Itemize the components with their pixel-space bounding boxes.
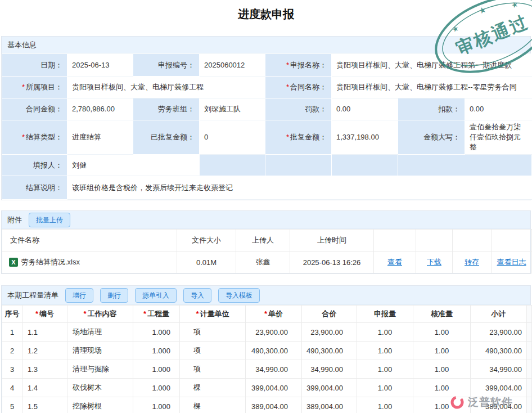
form-row: *所属项目： 贵阳项目样板间、大堂、电梯厅装修工程 *合同名称： 贵阳项目样板间… (2, 77, 532, 98)
import-template-button[interactable]: 导入模板 (218, 288, 260, 303)
view-log-link[interactable]: 查看日志 (497, 258, 526, 266)
item-cell-unit-price: 23,900.00 (246, 323, 302, 342)
labor-team-value: 刘琛施工队 (200, 98, 265, 120)
item-cell-subtotal: 389,004.00 (471, 397, 527, 413)
item-cell-unit: 项 (180, 360, 246, 379)
attachment-file-size: 0.01M (177, 252, 236, 273)
source-import-button[interactable]: 源单引入 (135, 288, 177, 303)
item-cell-approved-qty: 1.00 (413, 342, 471, 360)
item-cell-total-price: 389,004.00 (302, 397, 357, 413)
attachments-col-empty (492, 230, 532, 252)
item-cell-code: 1.2 (22, 342, 67, 360)
item-cell-total-price: 399,004.00 (302, 379, 357, 397)
items-scrollbar-track[interactable] (527, 306, 532, 323)
save-as-link[interactable]: 转存 (465, 258, 479, 266)
basic-info-section: 基本信息 日期： 2025-06-13 申报编号： 2025060012 *申报… (1, 36, 531, 200)
table-row: 3 1.3 清理与掘除 1.000 项 34,990.00 34,990.00 … (2, 360, 532, 379)
required-asterisk: * (22, 83, 25, 91)
item-cell-work-content: 砍伐树木 (67, 379, 133, 397)
items-scrollbar-track[interactable] (527, 360, 532, 379)
table-row: 5 1.5 挖除树根 1.000 棵 389,004.00 389,004.00… (2, 397, 532, 413)
items-title: 本期工程量清单 (7, 290, 58, 300)
items-scrollbar-track[interactable] (527, 379, 532, 397)
empty-cell (200, 155, 265, 176)
item-cell-subtotal: 490,300.00 (471, 342, 527, 360)
table-row: X 劳务结算情况.xlsx 0.01M 张鑫 2025-06-13 16:26 … (2, 252, 532, 273)
item-cell-total-price: 490,300.00 (302, 342, 357, 360)
items-col-work-content: *工作内容 (67, 306, 133, 323)
approved-amount-value: 1,337,198.00 (332, 120, 398, 155)
item-cell-quantity: 1.000 (133, 397, 180, 413)
attachment-upload-time: 2025-06-13 16:26 (290, 252, 374, 273)
empty-cell (133, 155, 200, 176)
item-cell-seq: 2 (2, 342, 22, 360)
contract-name-label: *合同名称： (265, 77, 332, 98)
project-value: 贵阳项目样板间、大堂、电梯厅装修工程 (67, 77, 265, 98)
settle-note-label: 结算说明： (2, 176, 67, 200)
attachments-section: 附件 批量上传 文件名称 文件大小 上传人 上传时间 X (1, 210, 531, 274)
item-cell-unit-price: 389,004.00 (246, 397, 302, 413)
item-cell-unit: 棵 (180, 397, 246, 413)
empty-cell (332, 155, 398, 176)
item-cell-approved-qty: 1.00 (413, 323, 471, 342)
attachments-col-file-size: 文件大小 (177, 230, 236, 252)
delete-row-button[interactable]: 删行 (100, 288, 128, 303)
add-row-button[interactable]: 增行 (65, 288, 93, 303)
basic-info-table: 日期： 2025-06-13 申报编号： 2025060012 *申报名称： 贵… (2, 53, 532, 200)
table-row: 4 1.4 砍伐树木 1.000 棵 399,004.00 399,004.00… (2, 379, 532, 397)
required-asterisk: * (22, 133, 25, 141)
item-cell-quantity: 1.000 (133, 323, 180, 342)
item-cell-declared-qty: 1.00 (357, 342, 413, 360)
items-table: 序号 *编号 *工作内容 *工程量 *计量单位 *单价 合价 申报量 核准量 小… (2, 305, 532, 413)
item-cell-seq: 1 (2, 323, 22, 342)
item-cell-declared-qty: 1.00 (357, 360, 413, 379)
download-link[interactable]: 下载 (427, 258, 441, 266)
form-row: 合同金额： 2,780,986.00 劳务班组： 刘琛施工队 罚款： 0.00 … (2, 98, 532, 120)
item-cell-declared-qty: 1.00 (357, 397, 413, 413)
filler-value: 刘健 (67, 155, 133, 176)
date-value: 2025-06-13 (67, 54, 133, 77)
view-link[interactable]: 查看 (387, 258, 402, 266)
required-asterisk: * (143, 309, 146, 318)
empty-cell (265, 155, 332, 176)
declare-name-value: 贵阳项目样板间、大堂、电梯厅装修工程第一期进度款 (332, 54, 532, 77)
table-row: 1 1.1 场地清理 1.000 项 23,900.00 23,900.00 1… (2, 323, 532, 342)
approved-done-label: 已批复金额： (133, 120, 200, 155)
item-cell-work-content: 清理与掘除 (67, 360, 133, 379)
date-label: 日期： (2, 54, 67, 77)
item-cell-unit-price: 490,300.00 (246, 342, 302, 360)
settle-note-value: 该班组价格是含税价，发票后续开过来走收票登记 (67, 176, 532, 200)
items-col-code: *编号 (22, 306, 67, 323)
settle-type-label: *结算类型： (2, 120, 67, 155)
attachments-col-file-name: 文件名称 (2, 230, 177, 252)
items-scrollbar-track[interactable] (527, 342, 532, 360)
required-asterisk: * (286, 133, 289, 141)
project-label: *所属项目： (2, 77, 67, 98)
import-button[interactable]: 导入 (183, 288, 211, 303)
required-asterisk: * (286, 61, 289, 69)
declare-name-label: *申报名称： (265, 54, 332, 77)
item-cell-unit: 棵 (180, 379, 246, 397)
items-scrollbar-track[interactable] (527, 323, 532, 342)
settle-type-value: 进度结算 (67, 120, 133, 155)
item-cell-unit-price: 34,990.00 (246, 360, 302, 379)
items-scrollbar-track[interactable] (527, 397, 532, 413)
item-cell-unit: 项 (180, 323, 246, 342)
item-cell-approved-qty: 1.00 (413, 397, 471, 413)
form-row: *结算类型： 进度结算 已批复金额： 0 *批复金额： 1,337,198.00… (2, 120, 532, 155)
batch-upload-button[interactable]: 批量上传 (29, 213, 70, 227)
page-title: 进度款申报 (0, 0, 532, 26)
item-cell-work-content: 挖除树根 (67, 397, 133, 413)
item-cell-work-content: 场地清理 (67, 323, 133, 342)
item-cell-declared-qty: 1.00 (357, 379, 413, 397)
required-asterisk: * (35, 309, 38, 318)
item-cell-code: 1.1 (22, 323, 67, 342)
items-col-unit-price: *单价 (246, 306, 302, 323)
item-cell-approved-qty: 1.00 (413, 379, 471, 397)
item-cell-code: 1.5 (22, 397, 67, 413)
approved-done-value: 0 (200, 120, 265, 155)
item-cell-quantity: 1.000 (133, 342, 180, 360)
attachment-file-name: 劳务结算情况.xlsx (21, 257, 80, 267)
attachments-col-uploader: 上传人 (236, 230, 290, 252)
items-col-declared-qty: 申报量 (357, 306, 413, 323)
